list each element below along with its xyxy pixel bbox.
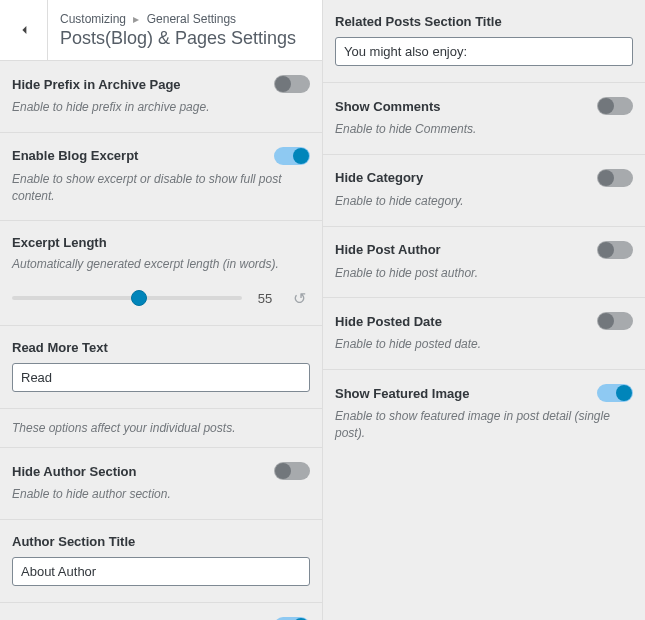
show-comments-toggle[interactable] [597,97,633,115]
hide-category-desc: Enable to hide category. [335,193,633,210]
panel-header: Customizing ▸ General Settings Posts(Blo… [0,0,322,61]
show-featured-image-label: Show Featured Image [335,386,469,401]
show-featured-image-toggle[interactable] [597,384,633,402]
hide-prefix-toggle[interactable] [274,75,310,93]
author-section-title-input[interactable] [12,557,310,586]
breadcrumb-separator: ▸ [133,12,139,26]
excerpt-length-reset-button[interactable]: ↺ [288,287,310,309]
hide-posted-date-desc: Enable to hide posted date. [335,336,633,353]
author-section-title-label: Author Section Title [12,534,310,549]
slider-thumb[interactable] [131,290,147,306]
excerpt-length-slider[interactable] [12,296,242,300]
show-featured-image-desc: Enable to show featured image in post de… [335,408,633,442]
blog-excerpt-toggle[interactable] [274,147,310,165]
reset-icon: ↺ [293,289,306,308]
breadcrumb: Customizing ▸ General Settings [60,12,296,26]
hide-posted-date-toggle[interactable] [597,312,633,330]
hide-category-label: Hide Category [335,170,423,185]
hide-author-section-toggle[interactable] [274,462,310,480]
breadcrumb-parent: General Settings [147,12,236,26]
hide-category-toggle[interactable] [597,169,633,187]
back-button[interactable] [0,0,48,60]
blog-excerpt-label: Enable Blog Excerpt [12,148,138,163]
hide-prefix-label: Hide Prefix in Archive Page [12,77,181,92]
hide-posted-date-label: Hide Posted Date [335,314,442,329]
excerpt-length-label: Excerpt Length [12,235,310,250]
hide-post-author-label: Hide Post Author [335,242,441,257]
hide-post-author-toggle[interactable] [597,241,633,259]
hide-author-section-desc: Enable to hide author section. [12,486,310,503]
related-posts-title-input[interactable] [335,37,633,66]
read-more-input[interactable] [12,363,310,392]
hide-post-author-desc: Enable to hide post author. [335,265,633,282]
hide-author-section-label: Hide Author Section [12,464,136,479]
show-comments-desc: Enable to hide Comments. [335,121,633,138]
read-more-label: Read More Text [12,340,310,355]
blog-excerpt-desc: Enable to show excerpt or disable to sho… [12,171,310,205]
chevron-left-icon [16,22,32,38]
show-comments-label: Show Comments [335,99,440,114]
hide-prefix-desc: Enable to hide prefix in archive page. [12,99,310,116]
excerpt-length-desc: Automatically generated excerpt length (… [12,256,310,273]
posts-note: These options affect your individual pos… [0,409,322,448]
page-title: Posts(Blog) & Pages Settings [60,28,296,49]
related-posts-title-label: Related Posts Section Title [335,14,633,29]
breadcrumb-root: Customizing [60,12,126,26]
excerpt-length-value: 55 [252,291,278,306]
